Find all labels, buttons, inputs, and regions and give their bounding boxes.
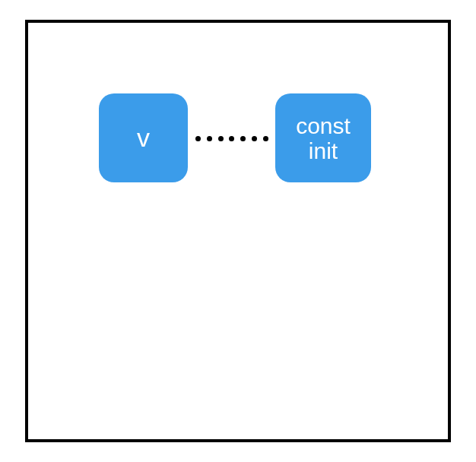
diagram-stage: v const init	[0, 0, 476, 462]
dot-icon	[263, 136, 268, 141]
node-v-label: v	[137, 124, 150, 152]
dot-icon	[195, 136, 201, 141]
dot-icon	[207, 136, 212, 141]
dotted-connector	[194, 127, 270, 150]
dot-icon	[229, 136, 234, 141]
diagram-frame	[25, 20, 451, 442]
dot-icon	[240, 136, 246, 141]
node-const-init-line1: const	[296, 113, 351, 138]
node-const-init: const init	[275, 93, 371, 182]
dot-icon	[252, 136, 257, 141]
dot-icon	[218, 136, 224, 141]
node-const-init-line2: init	[309, 138, 338, 163]
node-v: v	[99, 93, 188, 182]
